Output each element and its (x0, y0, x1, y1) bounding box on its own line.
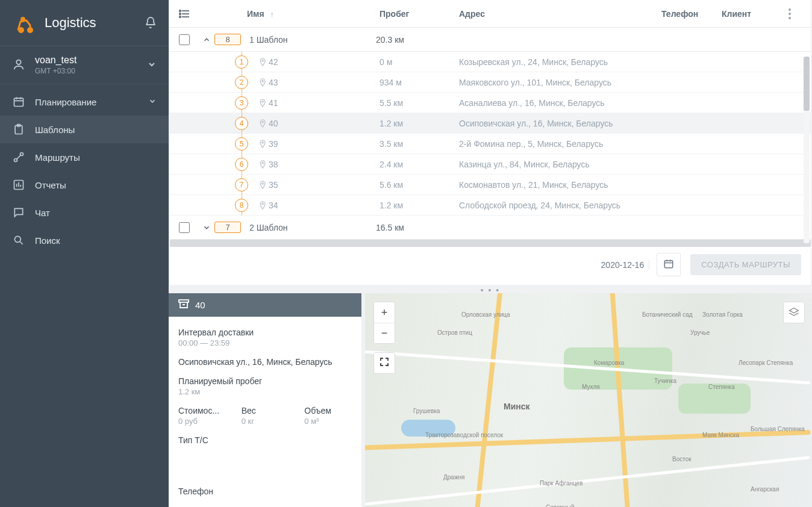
user-timezone: GMT +03:00 (35, 67, 137, 75)
route-table: Имя↑ Пробег Адрес Телефон Клиент 81 Шабл… (170, 0, 811, 285)
step-indicator: 1 (170, 55, 248, 69)
splitter-grip[interactable]: • • • (169, 287, 812, 293)
svg-point-23 (262, 182, 264, 184)
map-label: Маяк Минска (702, 432, 739, 438)
nav-templates[interactable]: Шаблоны (0, 116, 169, 143)
search-icon (12, 234, 25, 246)
route-icon (12, 151, 25, 163)
map-label: Ангарская (751, 486, 779, 493)
notifications-icon[interactable] (145, 16, 157, 31)
detail-panel: 40 Интервал доставки 00:00 — 23:59 Осипо… (169, 293, 361, 507)
group-checkbox[interactable] (170, 34, 199, 45)
map-label: Золотая Горка (702, 311, 743, 318)
list-icon[interactable] (170, 10, 199, 18)
row-name: 42 (248, 57, 379, 67)
map-label: Степянка (708, 384, 735, 390)
fullscreen-button[interactable] (374, 353, 395, 373)
vertical-scrollbar[interactable] (804, 57, 810, 243)
step-indicator: 3 (170, 96, 248, 110)
table-header: Имя↑ Пробег Адрес Телефон Клиент (170, 0, 811, 28)
map[interactable]: Минск Орловская улицаОстров птицКомаровк… (365, 293, 812, 507)
table-row[interactable]: 7355.6 кмКосмонавтов ул., 21, Минск, Бел… (170, 175, 811, 195)
sort-asc-icon: ↑ (270, 10, 274, 19)
clipboard-icon (12, 123, 25, 135)
user-icon (12, 58, 25, 73)
map-label: Северный (546, 504, 574, 507)
th-name[interactable]: Имя↑ (199, 9, 379, 19)
interval-value: 00:00 — 23:59 (178, 338, 352, 347)
th-distance[interactable]: Пробег (379, 9, 459, 19)
row-distance: 3.5 км (379, 139, 459, 149)
row-address: 2-й Фомина пер., 5, Минск, Беларусь (459, 139, 811, 149)
sidebar: Logistics voan_test GMT +03:00 Планирова… (0, 0, 169, 507)
nav-label: Чат (35, 208, 50, 218)
chevron-down-icon (147, 60, 157, 71)
map-label: Комаровка (594, 359, 624, 366)
map-label: Ботанический сад (642, 311, 693, 318)
svg-point-16 (789, 17, 791, 19)
map-label: Остров птиц (437, 329, 472, 336)
group-label: 2 Шаблон (249, 223, 376, 232)
th-client[interactable]: Клиент (722, 9, 781, 19)
row-name: 43 (248, 78, 379, 87)
group-row[interactable]: 81 Шаблон20.3 км (170, 28, 811, 52)
nav-search[interactable]: Поиск (0, 226, 169, 254)
map-label: Большая Слепянка (751, 426, 805, 432)
row-address: Осиповичская ул., 16, Минск, Беларусь (459, 119, 811, 128)
row-address: Асаналиева ул., 16, Минск, Беларусь (459, 98, 811, 108)
svg-point-2 (20, 17, 25, 22)
date-picker-button[interactable] (657, 253, 681, 276)
th-phone[interactable]: Телефон (661, 9, 722, 19)
svg-point-15 (789, 13, 791, 15)
volume-value: 0 м³ (304, 417, 352, 426)
step-indicator: 5 (170, 137, 248, 151)
table-row[interactable]: 5393.5 км2-й Фомина пер., 5, Минск, Бела… (170, 134, 811, 154)
nav-reports[interactable]: Отчеты (0, 171, 169, 199)
row-name: 39 (248, 139, 379, 149)
svg-point-13 (180, 16, 181, 17)
nav-chat[interactable]: Чат (0, 199, 169, 226)
th-address[interactable]: Адрес (459, 9, 661, 19)
table-row[interactable]: 243934 мМаяковского ул., 101, Минск, Бел… (170, 72, 811, 93)
group-row[interactable]: 72 Шаблон16.5 км (170, 216, 811, 240)
row-name: 35 (248, 180, 379, 190)
row-name: 41 (248, 98, 379, 108)
horizontal-scrollbar[interactable] (170, 240, 811, 247)
planned-label: Планируемый пробег (178, 376, 352, 386)
group-checkbox[interactable] (170, 222, 199, 233)
table-row[interactable]: 4401.2 кмОсиповичская ул., 16, Минск, Бе… (170, 113, 811, 134)
row-distance: 1.2 км (379, 119, 459, 128)
fullscreen-control (373, 352, 395, 374)
chevron-down-icon[interactable] (199, 223, 214, 232)
calendar-icon (12, 96, 25, 108)
create-routes-button[interactable]: СОЗДАТЬ МАРШРУТЫ (690, 254, 801, 275)
svg-point-10 (14, 236, 20, 242)
table-row[interactable]: 1420 мКозыревская ул., 24, Минск, Белару… (170, 52, 811, 72)
archive-icon (178, 299, 189, 311)
app-title: Logistics (45, 15, 136, 31)
step-indicator: 7 (170, 178, 248, 191)
map-canvas[interactable]: Минск Орловская улицаОстров птицКомаровк… (365, 293, 812, 507)
table-row[interactable]: 3415.5 кмАсаналиева ул., 16, Минск, Бела… (170, 93, 811, 113)
row-name: 38 (248, 160, 379, 169)
app-logo (12, 11, 36, 35)
svg-point-14 (789, 8, 791, 11)
detail-address: Осиповичская ул., 16, Минск, Беларусь (178, 357, 352, 367)
nav-label: Поиск (35, 235, 60, 246)
action-bar: 2020-12-16 СОЗДАТЬ МАРШРУТЫ (170, 247, 811, 285)
chevron-up-icon[interactable] (199, 36, 214, 44)
svg-point-3 (16, 60, 20, 64)
nav-routes[interactable]: Маршруты (0, 143, 169, 171)
nav-planning[interactable]: Планирование (0, 88, 169, 116)
row-address: Слободской проезд, 24, Минск, Беларусь (459, 201, 811, 210)
group-distance: 20.3 км (376, 35, 404, 45)
cost-value: 0 руб (178, 417, 226, 426)
user-block[interactable]: voan_test GMT +03:00 (0, 46, 169, 84)
table-row[interactable]: 6382.4 кмКазинца ул., 84, Минск, Беларус… (170, 154, 811, 175)
zoom-out-button[interactable]: − (374, 323, 395, 343)
zoom-in-button[interactable]: + (374, 302, 395, 323)
table-row[interactable]: 8341.2 кмСлободской проезд, 24, Минск, Б… (170, 195, 811, 216)
map-label: Уручье (690, 329, 710, 336)
layers-button[interactable] (783, 302, 805, 323)
more-icon[interactable] (781, 8, 799, 19)
